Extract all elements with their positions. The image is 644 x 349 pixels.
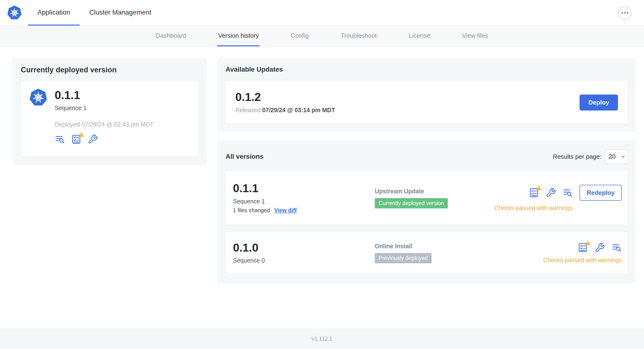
available-updates-title: Available Updates <box>226 66 628 73</box>
config-icon[interactable] <box>88 134 98 144</box>
update-version-number: 0.1.2 <box>235 91 335 103</box>
ellipsis-icon <box>622 12 623 14</box>
preflight-checks-warning-icon[interactable] <box>578 242 588 253</box>
deploy-logs-icon[interactable] <box>55 134 65 144</box>
app-subnav: Dashboard Version history Config Trouble… <box>0 26 644 46</box>
version-source: Upstream Update <box>375 188 494 195</box>
status-badge: Previously deployed <box>375 253 432 263</box>
version-source: Online Install <box>375 243 543 250</box>
deploy-logs-icon[interactable] <box>612 242 622 253</box>
config-icon[interactable] <box>546 188 556 198</box>
top-tabs: Application Cluster Management <box>28 0 161 26</box>
deploy-logs-icon[interactable] <box>562 188 573 198</box>
subnav-view-files[interactable]: View files <box>461 26 489 46</box>
kubernetes-logo-icon <box>7 5 22 20</box>
config-icon[interactable] <box>594 242 605 253</box>
preflight-checks-warning-icon[interactable] <box>71 134 82 144</box>
deployed-action-icons <box>55 134 154 144</box>
subnav-license[interactable]: License <box>408 26 431 46</box>
results-per-page-select[interactable]: 20 <box>605 150 628 164</box>
update-released-line: Released 07/29/24 @ 03:14 pm MDT <box>235 107 335 114</box>
checks-status: Checks passed with warnings <box>543 256 622 264</box>
console-version: v1.112.1 <box>312 336 332 342</box>
subnav-version-history[interactable]: Version history <box>217 26 260 46</box>
row-version-number: 0.1.0 <box>233 242 375 254</box>
warning-triangle-icon <box>584 240 591 246</box>
row-version-number: 0.1.1 <box>233 182 375 194</box>
kubernetes-logo-icon <box>29 88 48 107</box>
available-update-card: 0.1.2 Released 07/29/24 @ 03:14 pm MDT D… <box>226 81 628 124</box>
deploy-button[interactable]: Deploy <box>580 94 618 110</box>
row-sequence: Sequence 1 <box>233 198 375 205</box>
subnav-dashboard[interactable]: Dashboard <box>155 26 187 46</box>
warning-triangle-icon <box>78 132 84 137</box>
subnav-config[interactable]: Config <box>290 26 310 46</box>
top-navbar: Application Cluster Management <box>0 0 644 26</box>
tab-application[interactable]: Application <box>28 0 80 26</box>
tab-cluster-management-label: Cluster Management <box>89 8 151 16</box>
view-diff-link[interactable]: View diff <box>274 207 297 214</box>
more-options-button[interactable] <box>618 6 632 20</box>
results-per-page-label: Results per page: <box>553 153 602 160</box>
tab-cluster-management[interactable]: Cluster Management <box>80 0 161 26</box>
brand <box>7 0 22 26</box>
version-row: 0.1.0 Sequence 0 Online Install Previous… <box>226 232 628 274</box>
main-content: Currently deployed version 0.1.1 S <box>0 46 644 328</box>
currently-deployed-panel: Currently deployed version 0.1.1 S <box>13 58 206 165</box>
redeploy-button[interactable]: Redeploy <box>580 185 622 201</box>
all-versions-panel: All versions Results per page: 20 <box>218 140 636 284</box>
row-sequence: Sequence 0 <box>233 257 375 264</box>
tab-application-label: Application <box>38 8 70 16</box>
version-list: 0.1.1 Sequence 1 1 files changed View di… <box>226 171 628 274</box>
currently-deployed-title: Currently deployed version <box>21 66 198 74</box>
warning-triangle-icon <box>536 185 542 191</box>
version-row: 0.1.1 Sequence 1 1 files changed View di… <box>226 171 628 225</box>
all-versions-title: All versions <box>226 153 264 160</box>
deployed-sequence: Sequence 1 <box>55 104 154 112</box>
available-updates-panel: Available Updates 0.1.2 Released 07/29/2… <box>218 58 636 132</box>
update-released-date: 07/29/24 @ 03:14 pm MDT <box>262 107 335 114</box>
deployed-version-number: 0.1.1 <box>55 89 154 101</box>
checks-status: Checks passed with warnings <box>494 204 622 212</box>
files-changed: 1 files changed <box>233 207 270 214</box>
currently-deployed-card: 0.1.1 Sequence 1 Deployed 07/29/24 @ 02:… <box>21 80 198 157</box>
footer: v1.112.1 <box>0 328 644 349</box>
subnav-troubleshoot[interactable]: Troubleshoot <box>340 26 378 46</box>
deployed-timestamp: Deployed 07/29/24 @ 02:43 pm MDT <box>55 121 154 128</box>
preflight-checks-warning-icon[interactable] <box>529 188 539 198</box>
status-badge: Currently deployed version <box>375 198 448 208</box>
